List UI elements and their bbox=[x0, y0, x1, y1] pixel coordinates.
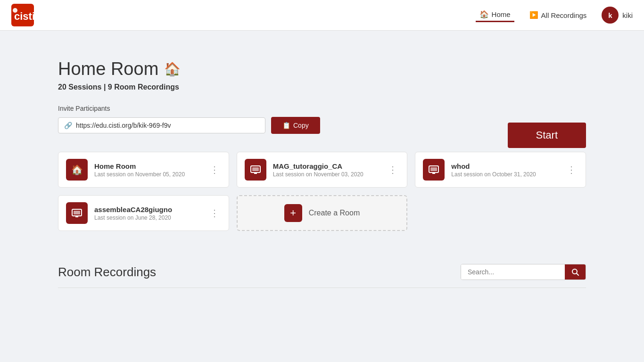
link-icon: 🔗 bbox=[64, 122, 72, 129]
search-icon bbox=[571, 268, 579, 276]
room-more-icon[interactable]: ⋮ bbox=[565, 162, 578, 177]
room-card[interactable]: whod Last session on October 31, 2020 ⋮ bbox=[415, 152, 586, 188]
room-icon-wrap bbox=[423, 159, 445, 181]
page-home-icon: 🏠 bbox=[164, 61, 181, 77]
main-content: Home Room 🏠 20 Sessions | 9 Room Recordi… bbox=[20, 31, 624, 250]
avatar-initial: k bbox=[608, 11, 612, 19]
user-name-label: kiki bbox=[622, 11, 633, 19]
recordings-header: Room Recordings bbox=[58, 264, 586, 280]
room-screen-icon bbox=[250, 164, 261, 175]
navbar-right: 🏠 Home ▶️ All Recordings k kiki bbox=[476, 7, 633, 24]
page-subtitle: 20 Sessions | 9 Room Recordings bbox=[58, 83, 508, 91]
start-button[interactable]: Start bbox=[508, 123, 586, 148]
room-date: Last session on October 31, 2020 bbox=[451, 171, 558, 178]
create-room-label: Create a Room bbox=[309, 209, 360, 217]
room-icon-wrap bbox=[245, 159, 266, 181]
svg-rect-10 bbox=[430, 167, 437, 171]
nav-recordings-label: All Recordings bbox=[541, 11, 587, 19]
home-nav-icon: 🏠 bbox=[479, 10, 489, 19]
room-name: MAG_tutoraggio_CA bbox=[273, 162, 380, 170]
invite-label: Invite Participants bbox=[58, 105, 508, 112]
recordings-divider bbox=[58, 288, 586, 288]
room-more-icon[interactable]: ⋮ bbox=[208, 162, 221, 177]
invite-input-wrap: 🔗 bbox=[58, 117, 265, 133]
page-title: Home Room bbox=[58, 59, 158, 79]
plus-icon: + bbox=[284, 204, 302, 222]
recordings-section: Room Recordings bbox=[20, 250, 624, 307]
user-menu[interactable]: k kiki bbox=[602, 7, 633, 24]
invite-row: 🔗 📋 Copy bbox=[58, 117, 508, 134]
search-wrap bbox=[461, 264, 586, 280]
create-room-card[interactable]: + Create a Room bbox=[237, 195, 408, 231]
recordings-nav-icon: ▶️ bbox=[529, 11, 538, 19]
svg-text:cisti: cisti bbox=[14, 10, 34, 22]
room-card[interactable]: 🏠 Home Room Last session on November 05,… bbox=[58, 152, 229, 188]
svg-rect-14 bbox=[74, 211, 80, 214]
room-card[interactable]: MAG_tutoraggio_CA Last session on Novemb… bbox=[237, 152, 408, 188]
room-date: Last session on November 03, 2020 bbox=[273, 171, 380, 178]
svg-rect-6 bbox=[252, 167, 259, 171]
page-header: Home Room 🏠 bbox=[58, 59, 508, 79]
left-area: Home Room 🏠 20 Sessions | 9 Room Recordi… bbox=[58, 59, 508, 148]
room-home-icon: 🏠 bbox=[71, 164, 83, 175]
room-info: Home Room Last session on November 05, 2… bbox=[94, 162, 201, 178]
logo-icon: cisti bbox=[11, 4, 34, 26]
room-screen-icon bbox=[428, 164, 439, 175]
room-name: assembleaCA28giugno bbox=[94, 206, 201, 214]
room-icon-wrap: 🏠 bbox=[66, 159, 88, 181]
copy-button[interactable]: 📋 Copy bbox=[271, 117, 320, 134]
room-info: whod Last session on October 31, 2020 bbox=[451, 162, 558, 178]
recordings-title: Room Recordings bbox=[58, 265, 156, 280]
room-date: Last session on June 28, 2020 bbox=[94, 214, 201, 221]
room-info: assembleaCA28giugno Last session on June… bbox=[94, 206, 201, 221]
room-name: whod bbox=[451, 162, 558, 170]
svg-point-2 bbox=[13, 8, 17, 13]
room-icon-wrap bbox=[66, 202, 88, 224]
brand[interactable]: cisti bbox=[11, 4, 34, 26]
svg-line-16 bbox=[577, 273, 578, 275]
top-area: Home Room 🏠 20 Sessions | 9 Room Recordi… bbox=[58, 59, 586, 148]
room-info: MAG_tutoraggio_CA Last session on Novemb… bbox=[273, 162, 380, 178]
invite-url-input[interactable] bbox=[76, 122, 259, 129]
copy-icon: 📋 bbox=[282, 122, 290, 129]
room-card[interactable]: assembleaCA28giugno Last session on June… bbox=[58, 195, 229, 231]
room-date: Last session on November 05, 2020 bbox=[94, 171, 201, 178]
nav-home-label: Home bbox=[492, 10, 511, 18]
room-more-icon[interactable]: ⋮ bbox=[208, 206, 221, 221]
nav-recordings[interactable]: ▶️ All Recordings bbox=[526, 9, 591, 21]
room-screen-icon bbox=[71, 207, 83, 219]
room-more-icon[interactable]: ⋮ bbox=[386, 162, 399, 177]
rooms-grid: 🏠 Home Room Last session on November 05,… bbox=[58, 152, 586, 231]
navbar: cisti 🏠 Home ▶️ All Recordings k kiki bbox=[0, 0, 644, 31]
copy-label: Copy bbox=[293, 122, 309, 129]
search-button[interactable] bbox=[565, 264, 586, 280]
avatar[interactable]: k bbox=[602, 7, 619, 24]
room-name: Home Room bbox=[94, 162, 201, 170]
search-input[interactable] bbox=[461, 264, 565, 280]
nav-home[interactable]: 🏠 Home bbox=[476, 8, 514, 22]
